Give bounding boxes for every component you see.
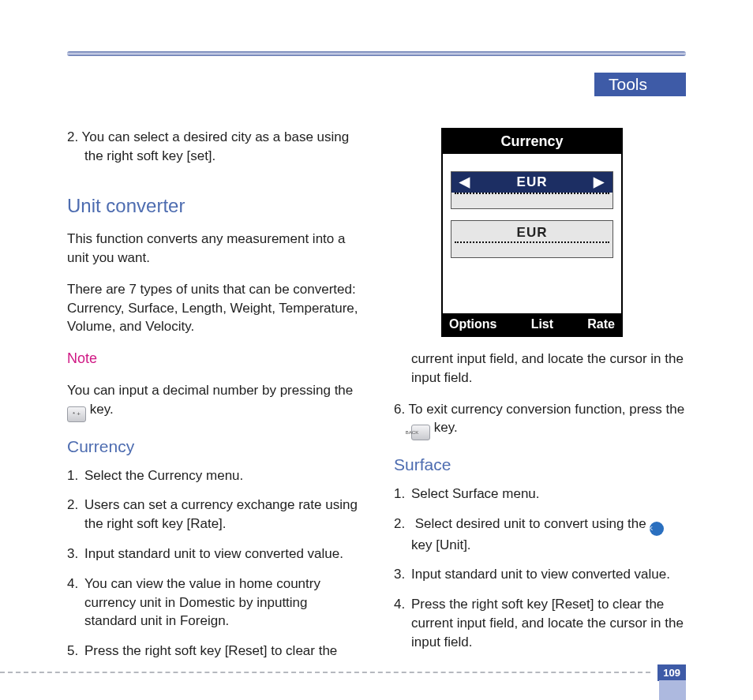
phone-dotted-line <box>455 241 609 243</box>
step-text: Input standard unit to view converted va… <box>411 567 670 582</box>
list-item: 3.Input standard unit to view converted … <box>394 565 686 584</box>
list-item: 4.You can view the value in home country… <box>67 575 359 631</box>
back-key-icon: BACK <box>411 425 430 440</box>
star-key-icon: * + <box>67 406 86 422</box>
step6-a: 6. To exit currency conversion function,… <box>394 402 684 417</box>
step5-continuation: current input field, and locate the curs… <box>394 350 686 387</box>
step-text: Users can set a currency exchange rate u… <box>84 497 358 531</box>
step6-b: key. <box>434 420 458 435</box>
phone-screenshot: Currency ◀ EUR ▶ EUR Options List Rate <box>441 128 623 337</box>
softkey-mid: List <box>531 316 553 333</box>
unit-converter-heading: Unit converter <box>67 193 359 219</box>
list-item: 2.Users can set a currency exchange rate… <box>67 496 359 533</box>
phone-softkeys: Options List Rate <box>443 313 621 335</box>
step-text: Input standard unit to view converted va… <box>84 546 343 561</box>
footer-side-block <box>659 680 686 700</box>
step-text: Press the right soft key [Reset] to clea… <box>84 643 337 658</box>
top-rule <box>67 51 686 56</box>
softkey-left: Options <box>449 316 496 333</box>
note-text-b: key. <box>90 402 114 417</box>
softkey-right: Rate <box>587 316 615 333</box>
note-label: Note <box>67 349 359 369</box>
right-column: Currency ◀ EUR ▶ EUR Options List Rate c… <box>394 128 686 672</box>
note-text: You can input a decimal number by pressi… <box>67 381 359 422</box>
list-item: 2. Select desired unit to convert using … <box>394 515 686 555</box>
phone-label: EUR <box>451 221 613 242</box>
step-text-b: key [Unit]. <box>411 537 471 552</box>
intro-step: 2. You can select a desired city as a ba… <box>67 128 359 166</box>
list-item: 1.Select the Currency menu. <box>67 466 359 485</box>
phone-field-to: EUR <box>451 220 613 258</box>
page-body: 2. You can select a desired city as a ba… <box>67 128 686 672</box>
step6: 6. To exit currency conversion function,… <box>394 400 686 441</box>
unit-converter-desc-1: This function converts any measurement i… <box>67 230 359 268</box>
ok-key-icon: OK <box>650 522 664 536</box>
phone-field-from: ◀ EUR ▶ <box>451 171 613 209</box>
section-tab: Tools <box>594 73 686 96</box>
footer-dashed-rule <box>0 672 650 673</box>
phone-sel-value: EUR <box>517 173 548 192</box>
left-column: 2. You can select a desired city as a ba… <box>67 128 359 672</box>
list-item: 1.Select Surface menu. <box>394 485 686 503</box>
note-text-a: You can input a decimal number by pressi… <box>67 383 353 398</box>
phone-selector: ◀ EUR ▶ <box>451 172 613 193</box>
surface-steps: 1.Select Surface menu. 2. Select desired… <box>394 485 686 652</box>
step-text: You can view the value in home country c… <box>84 576 320 629</box>
phone-title: Currency <box>443 129 621 154</box>
list-item: 5.Press the right soft key [Reset] to cl… <box>67 642 359 661</box>
currency-steps: 1.Select the Currency menu. 2.Users can … <box>67 466 359 661</box>
list-item: 3.Input standard unit to view converted … <box>67 545 359 563</box>
currency-heading: Currency <box>67 435 359 458</box>
chevron-left-icon: ◀ <box>459 173 470 192</box>
chevron-right-icon: ▶ <box>594 173 605 192</box>
page-number: 109 <box>657 664 686 681</box>
list-item: 4.Press the right soft key [Reset] to cl… <box>394 595 686 651</box>
step-text: Press the right soft key [Reset] to clea… <box>411 597 684 649</box>
step-text: Select the Currency menu. <box>84 468 243 483</box>
step-text-a: Select desired unit to convert using the <box>415 516 650 531</box>
step-text: Select Surface menu. <box>411 486 540 501</box>
phone-dotted-line <box>455 193 609 210</box>
unit-converter-desc-2: There are 7 types of units that can be c… <box>67 280 359 336</box>
surface-heading: Surface <box>394 453 686 476</box>
